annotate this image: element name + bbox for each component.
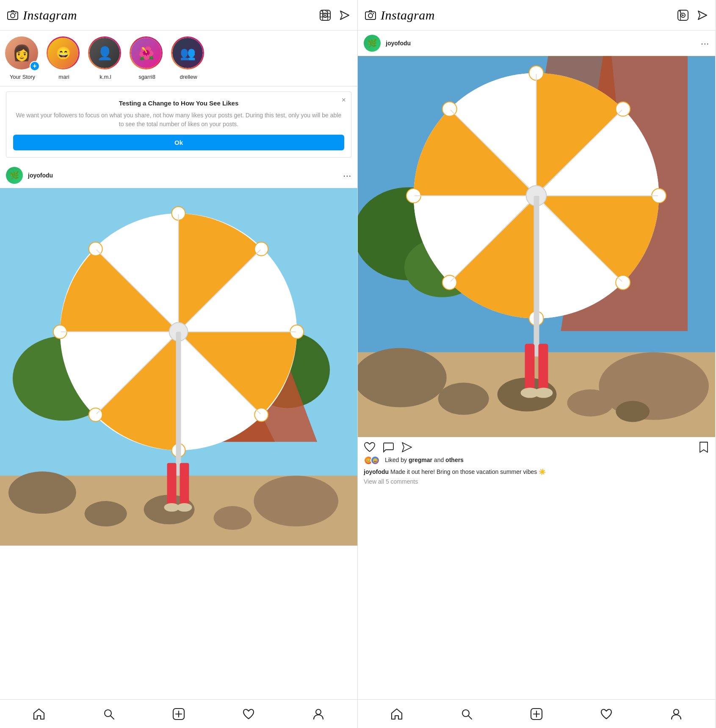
banner-title: Testing a Change to How You See Likes — [13, 100, 344, 107]
right-likes-others[interactable]: others — [445, 457, 464, 463]
right-share-button[interactable] — [401, 441, 413, 453]
left-logo-area: Instagram — [7, 8, 319, 22]
story-avatar-wrap-your: 👩 + — [5, 36, 40, 71]
svg-point-59 — [599, 352, 709, 420]
svg-point-90 — [534, 388, 553, 398]
right-action-icons-left — [364, 441, 698, 453]
svg-rect-38 — [176, 332, 181, 476]
svg-rect-88 — [538, 344, 548, 390]
story-sgarri8[interactable]: 🌺 sgarri8 — [130, 36, 164, 80]
story-drellew[interactable]: 👥 drellew — [171, 36, 206, 80]
svg-point-14 — [85, 501, 127, 526]
camera-icon[interactable] — [7, 9, 19, 21]
svg-marker-55 — [698, 11, 707, 19]
story-ring-inner-sgarri8: 🌺 — [131, 38, 161, 68]
story-avatar-wrap-kml: 👤 — [88, 36, 123, 71]
svg-point-62 — [438, 383, 489, 415]
left-panel: Instagram — [0, 0, 358, 728]
left-post-image — [0, 188, 357, 545]
svg-marker-6 — [340, 11, 349, 19]
right-comment-button[interactable] — [382, 441, 394, 453]
svg-marker-5 — [324, 14, 326, 16]
right-caption-text: Made it out here! Bring on those vacatio… — [390, 468, 546, 475]
story-ring-inner-drellew: 👥 — [172, 38, 203, 68]
right-nav-search-button[interactable] — [457, 705, 476, 723]
right-post-umbrella-svg — [358, 56, 715, 437]
story-ring-mari: 😄 — [47, 36, 80, 69]
story-label-mari: mari — [58, 74, 69, 80]
right-like-button[interactable] — [364, 441, 376, 453]
nav-heart-button[interactable] — [239, 705, 258, 723]
right-likes-user[interactable]: gregmar — [409, 457, 432, 463]
svg-point-48 — [316, 709, 321, 714]
story-avatar-wrap-sgarri8: 🌺 — [130, 36, 164, 71]
banner-ok-button[interactable]: Ok — [13, 135, 344, 150]
right-post-more-button[interactable]: ··· — [701, 39, 709, 48]
left-bottom-nav — [0, 699, 357, 728]
svg-rect-0 — [8, 12, 18, 19]
svg-line-93 — [468, 716, 472, 719]
right-bookmark-button[interactable] — [698, 441, 709, 453]
right-post-avatar: 🌿 — [364, 35, 381, 52]
story-img-kml: 👤 — [89, 38, 120, 68]
story-img-mari: 😄 — [48, 38, 78, 68]
right-nav-profile-button[interactable] — [667, 705, 686, 723]
nav-profile-button[interactable] — [309, 705, 328, 723]
right-nav-heart-button[interactable] — [597, 705, 616, 723]
story-img-drellew: 👥 — [172, 38, 203, 68]
banner-close-button[interactable]: × — [341, 96, 346, 104]
likes-avatar-2: 😄 — [370, 456, 380, 465]
nav-add-button[interactable] — [169, 705, 188, 723]
right-logo-area: Instagram — [365, 8, 677, 22]
svg-point-50 — [368, 14, 373, 18]
svg-point-61 — [567, 390, 614, 417]
right-post-username[interactable]: joyofodu — [386, 40, 701, 47]
left-post-header: 🌿 joyofodu ··· — [0, 163, 357, 188]
svg-marker-91 — [402, 443, 412, 452]
story-ring-kml: 👤 — [88, 36, 121, 69]
story-avatar-wrap-mari: 😄 — [47, 36, 81, 71]
left-header-icons — [319, 9, 351, 21]
nav-search-button[interactable] — [100, 705, 118, 723]
left-logo-text: Instagram — [23, 8, 77, 22]
right-header-icons — [677, 9, 708, 21]
right-likes-text: Liked by gregmar and others — [385, 457, 464, 463]
story-avatar-wrap-drellew: 👥 — [171, 36, 206, 71]
svg-marker-54 — [682, 14, 684, 16]
reels-icon-right[interactable] — [677, 9, 689, 21]
story-ring-sgarri8: 🌺 — [130, 36, 163, 69]
left-post-more-button[interactable]: ··· — [343, 171, 351, 180]
svg-rect-86 — [534, 196, 539, 357]
notification-banner: × Testing a Change to How You See Likes … — [6, 91, 351, 158]
right-panel: Instagram 🌿 joyofodu ··· — [358, 0, 716, 728]
right-post-caption: joyofodu Made it out here! Bring on thos… — [358, 468, 715, 478]
svg-point-13 — [213, 506, 252, 530]
right-post-header: 🌿 joyofodu ··· — [358, 30, 715, 56]
filter-icon[interactable] — [339, 9, 351, 21]
right-post-comments-link[interactable]: View all 5 comments — [358, 478, 715, 489]
stories-row: 👩 + Your Story 😄 mari 👤 — [0, 30, 357, 86]
right-post-actions — [358, 437, 715, 456]
story-mari[interactable]: 😄 mari — [47, 36, 81, 80]
right-nav-home-button[interactable] — [387, 705, 406, 723]
story-img-sgarri8: 🌺 — [131, 38, 161, 68]
filter-icon-right[interactable] — [697, 9, 708, 21]
right-caption-user[interactable]: joyofodu — [364, 468, 389, 475]
reels-icon[interactable] — [319, 9, 331, 21]
svg-rect-87 — [525, 344, 535, 390]
story-add-button[interactable]: + — [30, 61, 40, 71]
right-post-image — [358, 56, 715, 437]
right-header: Instagram — [358, 0, 715, 30]
story-label-drellew: drellew — [180, 74, 197, 80]
story-kml[interactable]: 👤 k.m.l — [88, 36, 123, 80]
right-nav-add-button[interactable] — [527, 705, 546, 723]
svg-point-63 — [616, 401, 650, 422]
story-your-story[interactable]: 👩 + Your Story — [5, 36, 40, 80]
left-post-username[interactable]: joyofodu — [28, 172, 343, 179]
svg-point-42 — [177, 503, 192, 512]
nav-home-button[interactable] — [30, 705, 48, 723]
camera-icon-right[interactable] — [365, 9, 376, 21]
left-post: 🌿 joyofodu ··· — [0, 163, 357, 546]
story-label-sgarri8: sgarri8 — [138, 74, 155, 80]
story-ring-drellew: 👥 — [171, 36, 204, 69]
